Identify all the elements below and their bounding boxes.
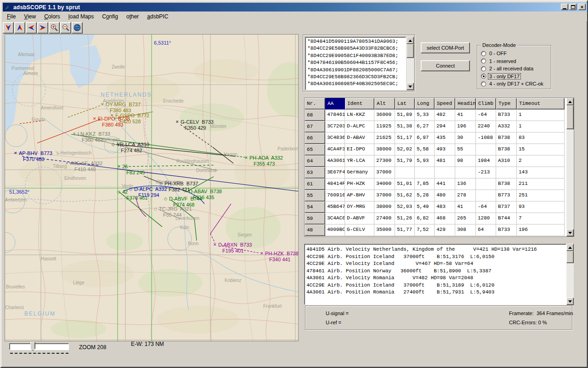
- select-com-port-button[interactable]: select COM-Port: [421, 42, 470, 53]
- hex-monitor-group: *8D4841D5990119A7805341DA9063;*8D4CC29E5…: [303, 34, 415, 92]
- aircraft-alt-speed: F410 449: [74, 167, 96, 172]
- aircraft-marker: ✕: [175, 120, 179, 124]
- arrow-down-icon: [408, 86, 412, 88]
- zoom-slider-track[interactable]: [9, 343, 69, 350]
- zoom-out-button[interactable]: [60, 22, 71, 34]
- table-row[interactable]: 6148414FPH-HZK3400051,017,85441136B73821…: [305, 178, 574, 190]
- hex-line: *8D47846190B506044B1157F8C456;: [307, 59, 406, 66]
- column-header-timeout[interactable]: Timeout: [517, 98, 565, 109]
- column-header-alt[interactable]: Alt: [374, 98, 395, 109]
- aircraft-marker: ✕: [73, 132, 76, 136]
- aircraft-label: 26: [122, 164, 128, 169]
- pan-left-button[interactable]: [26, 22, 37, 34]
- hex-scrollbar[interactable]: [407, 37, 414, 90]
- decoder-option[interactable]: 4 - only DF17 + CRC-ok: [481, 80, 544, 88]
- radio-icon: [481, 51, 486, 56]
- table-row[interactable]: 68478461LN-KKZ3600051,895,3348241-64B733…: [305, 109, 574, 121]
- decoder-option[interactable]: 0 - OFF: [481, 50, 544, 58]
- maximize-button[interactable]: [569, 4, 577, 10]
- cell: B738: [496, 144, 517, 155]
- cell: B733: [496, 109, 517, 121]
- menu-item-other[interactable]: other: [122, 12, 143, 21]
- grid-head-row: Nr.AAIdentAltLatLongSpeedHeadingClimbTyp…: [305, 98, 574, 109]
- table-row[interactable]: 503C4AC6D-ABVF2740051,266,824682651280B7…: [305, 213, 574, 224]
- column-header-long[interactable]: Long: [415, 98, 435, 109]
- table-row[interactable]: 633E67F4Germany37000-213143: [305, 167, 574, 178]
- scrollbar-thumb[interactable]: [566, 251, 574, 263]
- toolbar: [3, 21, 587, 34]
- cell: 143: [517, 167, 565, 178]
- log-line: 4A3061 Airb. Velocity Romania V=482 HD=9…: [306, 275, 566, 282]
- column-header-lat[interactable]: Lat: [395, 98, 415, 109]
- cell: A310: [496, 155, 517, 167]
- table-row[interactable]: 644A3061YR-LCA2730051,795,93481981984A31…: [305, 155, 574, 167]
- column-header-type[interactable]: Type: [496, 98, 517, 109]
- aircraft-label: D-ALPC A332: [134, 186, 167, 192]
- scrollbar-thumb[interactable]: [407, 44, 414, 58]
- map-canvas[interactable]: AlkmaarPurmerendAlmereAmersfoortZwolleAp…: [5, 34, 299, 341]
- cell: 480: [435, 190, 455, 201]
- column-header-climb[interactable]: Climb: [476, 98, 496, 109]
- minimize-button[interactable]: [561, 4, 568, 10]
- row-header: 64: [305, 155, 325, 167]
- log-field[interactable]: 4841D5 Airb. Velocity Netherlands, Kingd…: [304, 244, 566, 305]
- table-scrollbar[interactable]: [566, 98, 574, 236]
- map-place: Enschede: [163, 98, 183, 104]
- hex-line: *8D4CC29E99058C1F40093B3B7ED8;: [307, 52, 406, 59]
- pan-down-button[interactable]: [3, 22, 14, 34]
- table-row[interactable]: 673C7203D-ALPC1192551,386,272941962240A3…: [305, 121, 574, 132]
- menu-item-file[interactable]: File: [3, 12, 20, 21]
- cell: 482: [435, 109, 455, 121]
- table-row[interactable]: 654CA4F3EI-DPO3800052,025,5849355B73815: [305, 144, 574, 155]
- menu-item-colors[interactable]: Colors: [40, 12, 64, 21]
- scroll-down-button[interactable]: [407, 83, 414, 90]
- scroll-up-button[interactable]: [407, 37, 414, 44]
- cell: 27300: [374, 155, 395, 167]
- scroll-down-button[interactable]: [566, 298, 574, 305]
- column-header-aa[interactable]: AA: [325, 98, 345, 109]
- cell: [476, 144, 496, 155]
- scrollbar-thumb[interactable]: [566, 105, 574, 129]
- row-header: 48: [305, 224, 325, 236]
- close-button[interactable]: ×: [578, 4, 586, 10]
- decoder-option[interactable]: 1 - reserved: [481, 58, 544, 65]
- connect-button[interactable]: Connect: [421, 60, 470, 71]
- title-bar[interactable]: adsbSCOPE 1.1 by sprut ×: [3, 3, 587, 12]
- scroll-up-button[interactable]: [566, 244, 574, 251]
- world-button[interactable]: [72, 22, 83, 34]
- map-place: Antwerpen: [5, 197, 27, 202]
- cell: [455, 167, 476, 178]
- hex-field[interactable]: *8D4841D5990119A7805341DA9063;*8D4CC29E5…: [305, 37, 406, 90]
- arrow-up-icon: [408, 40, 412, 42]
- scroll-down-button[interactable]: [566, 229, 574, 236]
- cell: 1280: [476, 213, 496, 224]
- menu-item-config[interactable]: Config: [98, 12, 122, 21]
- cell: -64: [476, 109, 496, 121]
- zoom-level-label: ZOOM 208: [79, 344, 106, 351]
- log-scrollbar[interactable]: [566, 244, 574, 305]
- column-header-heading[interactable]: Heading: [455, 98, 476, 109]
- table-row[interactable]: 663C4836D-ABAV2162551,176,9743530-1088B7…: [305, 132, 574, 144]
- menu-item-view[interactable]: View: [20, 12, 40, 21]
- cell: B773: [496, 190, 517, 201]
- zoom-in-icon: [50, 23, 58, 32]
- decoder-option[interactable]: 2 - all received data: [481, 65, 544, 73]
- column-header-nr[interactable]: Nr.: [305, 98, 325, 109]
- pan-right-button[interactable]: [37, 22, 48, 34]
- pan-up-button[interactable]: [14, 22, 25, 34]
- menu-item-load-maps[interactable]: load Maps: [64, 12, 98, 21]
- table-row[interactable]: 484009BCG-CELV3500051,777,5242930864B733…: [305, 224, 574, 236]
- decoder-option[interactable]: 3 - only DF17: [481, 73, 544, 80]
- cell: 93: [517, 201, 565, 213]
- menu-item-adsbpic[interactable]: adsbPIC: [143, 12, 172, 21]
- zoom-in-button[interactable]: [49, 22, 60, 34]
- column-header-ident[interactable]: Ident: [345, 98, 374, 109]
- table-row[interactable]: 5445B647OY-MRG3800052,035,4948341-64B737…: [305, 201, 574, 213]
- cell: 308: [455, 224, 476, 236]
- column-header-speed[interactable]: Speed: [435, 98, 455, 109]
- cell: 51,26: [395, 213, 415, 224]
- aircraft-label: PH-AOA A332: [249, 155, 283, 161]
- scroll-up-button[interactable]: [566, 98, 574, 105]
- table-row[interactable]: 55760916AP-BHV3700051,625,28480278B77325…: [305, 190, 574, 201]
- cell: 5,49: [415, 201, 435, 213]
